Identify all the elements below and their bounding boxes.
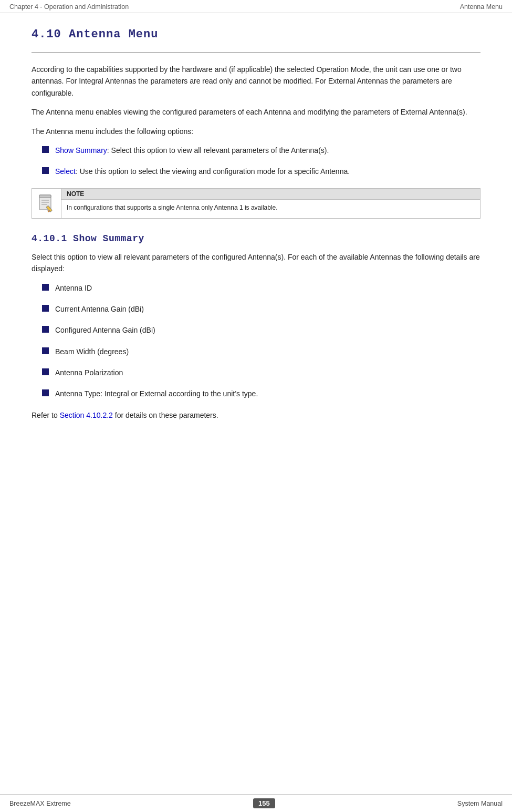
list-item: Beam Width (degrees)	[42, 346, 480, 357]
ss-bullet-2: Current Antenna Gain (dBi)	[55, 303, 480, 315]
note-body: In configurations that supports a single…	[61, 200, 480, 215]
ss-bullet-4: Beam Width (degrees)	[55, 346, 480, 357]
menu-option-2-text: Select: Use this option to select the vi…	[55, 166, 480, 177]
note-content: NOTE In configurations that supports a s…	[61, 189, 480, 215]
section-title-major: 4.10 Antenna Menu	[32, 28, 480, 41]
footer-page-badge: 155	[253, 798, 275, 808]
bullet-icon-ss-2	[42, 305, 49, 312]
section-title-minor: 4.10.1 Show Summary	[32, 233, 480, 244]
bullet-icon-ss-1	[42, 284, 49, 291]
intro-para-3: The Antenna menu includes the following …	[32, 126, 480, 137]
refer-prefix: Refer to	[32, 411, 60, 419]
list-item: Antenna Polarization	[42, 367, 480, 378]
refer-link[interactable]: Section 4.10.2.2	[60, 411, 113, 419]
bullet-icon-ss-4	[42, 347, 49, 354]
list-item: Antenna Type: Integral or External accor…	[42, 388, 480, 399]
menu-options-list: Show Summary: Select this option to view…	[42, 145, 480, 178]
menu-option-2-rest: : Use this option to select the viewing …	[76, 167, 350, 176]
bullet-icon-2	[42, 167, 49, 174]
list-item: Current Antenna Gain (dBi)	[42, 303, 480, 315]
svg-rect-1	[39, 195, 51, 198]
header-right: Antenna Menu	[460, 3, 503, 11]
note-icon-cell	[32, 189, 61, 218]
page-wrapper: Chapter 4 - Operation and Administration…	[0, 0, 512, 812]
section-divider	[32, 53, 480, 53]
header-left: Chapter 4 - Operation and Administration	[9, 3, 129, 11]
note-icon	[37, 194, 56, 213]
list-item: Antenna ID	[42, 282, 480, 294]
intro-para-1: According to the capabilities supported …	[32, 64, 480, 99]
ss-bullet-1: Antenna ID	[55, 282, 480, 294]
show-summary-list: Antenna ID Current Antenna Gain (dBi) Co…	[42, 282, 480, 400]
bullet-icon-ss-6	[42, 389, 49, 396]
list-item: Show Summary: Select this option to view…	[42, 145, 480, 156]
show-summary-intro: Select this option to view all relevant …	[32, 251, 480, 275]
menu-option-1-text: Show Summary: Select this option to view…	[55, 145, 480, 156]
ss-bullet-6: Antenna Type: Integral or External accor…	[55, 388, 480, 399]
note-box: NOTE In configurations that supports a s…	[32, 188, 480, 219]
bullet-icon-1	[42, 146, 49, 153]
list-item: Select: Use this option to select the vi…	[42, 166, 480, 177]
select-link[interactable]: Select	[55, 167, 76, 176]
svg-marker-6	[47, 210, 50, 212]
footer-left: BreezeMAX Extreme	[9, 800, 71, 807]
footer-right: System Manual	[457, 800, 503, 807]
bullet-icon-ss-5	[42, 368, 49, 375]
ss-bullet-3: Configured Antenna Gain (dBi)	[55, 324, 480, 336]
refer-suffix: for details on these parameters.	[113, 411, 218, 419]
menu-option-1-rest: : Select this option to view all relevan…	[107, 146, 329, 155]
ss-bullet-5: Antenna Polarization	[55, 367, 480, 378]
bullet-icon-ss-3	[42, 326, 49, 333]
intro-para-2: The Antenna menu enables viewing the con…	[32, 106, 480, 118]
list-item: Configured Antenna Gain (dBi)	[42, 324, 480, 336]
main-content: 4.10 Antenna Menu According to the capab…	[0, 13, 512, 794]
show-summary-link[interactable]: Show Summary	[55, 146, 107, 155]
note-header: NOTE	[61, 189, 480, 200]
footer-bar: BreezeMAX Extreme 155 System Manual	[0, 794, 512, 812]
header-bar: Chapter 4 - Operation and Administration…	[0, 0, 512, 13]
refer-para: Refer to Section 4.10.2.2 for details on…	[32, 409, 480, 421]
